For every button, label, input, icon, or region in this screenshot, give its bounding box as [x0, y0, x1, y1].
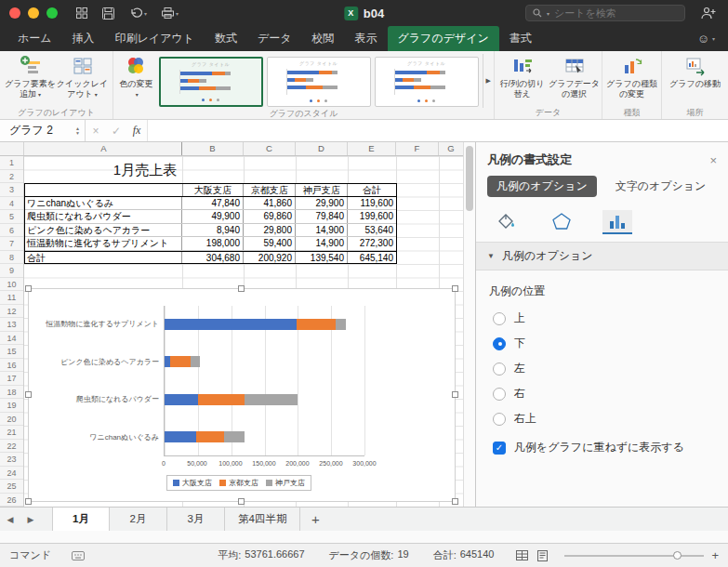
zoom-in-button[interactable]: + — [711, 548, 719, 562]
confirm-entry-button[interactable]: ✓ — [106, 125, 126, 138]
row-header[interactable]: 4 — [0, 197, 23, 211]
zoom-window-button[interactable] — [46, 7, 58, 19]
chart-legend[interactable]: 大阪支店京都支店神戸支店 — [166, 475, 311, 491]
value-cell[interactable]: 200,920 — [244, 252, 296, 264]
column-header[interactable]: A — [24, 142, 182, 155]
ribbon-tab[interactable]: 印刷レイアウト — [105, 26, 205, 51]
ribbon-tab[interactable]: 表示 — [345, 26, 388, 51]
save-icon[interactable] — [102, 7, 114, 20]
row-header[interactable]: 2 — [0, 170, 23, 184]
page-layout-view-button[interactable] — [537, 550, 548, 561]
zoom-knob[interactable] — [673, 551, 682, 560]
value-cell[interactable]: 41,860 — [244, 197, 296, 210]
grid-icon[interactable] — [76, 7, 87, 19]
gallery-expand-button[interactable]: ▶ — [483, 54, 494, 108]
ribbon-tab[interactable]: 書式 — [499, 26, 542, 51]
row-label-cell[interactable]: ワニchanぬいぐるみ — [25, 197, 182, 210]
quick-layout-button[interactable]: クイックレイアウト▾ — [57, 54, 109, 107]
selection-handle[interactable] — [238, 285, 245, 292]
legend-options-section-header[interactable]: ▼ 凡例のオプション — [476, 242, 728, 270]
legend-item[interactable]: 神戸支店 — [266, 478, 305, 488]
legend-position-radio[interactable]: 下 — [493, 336, 715, 351]
undo-dropdown-icon[interactable]: ▾ — [144, 10, 147, 17]
bar-segment[interactable] — [196, 431, 224, 442]
value-cell[interactable]: 272,300 — [348, 237, 396, 250]
bar-segment[interactable] — [165, 319, 297, 330]
bar-segment[interactable] — [297, 319, 337, 330]
value-cell[interactable]: 198,000 — [182, 237, 244, 250]
select-data-button[interactable]: グラフデータの選択 — [549, 54, 601, 107]
column-header[interactable]: E — [348, 142, 396, 155]
ribbon-tab[interactable]: グラフのデザイン — [388, 26, 499, 51]
name-box[interactable]: グラフ 2 ▲▼ — [0, 120, 86, 141]
row-header[interactable]: 14 — [0, 332, 23, 346]
selection-handle[interactable] — [452, 391, 458, 398]
column-header[interactable]: G — [439, 142, 463, 155]
column-header[interactable]: C — [244, 142, 296, 155]
value-cell[interactable]: 119,600 — [348, 197, 396, 210]
bar-segment[interactable] — [165, 431, 196, 442]
pane-tab[interactable]: 凡例のオプション — [487, 176, 597, 197]
value-cell[interactable]: 59,400 — [244, 237, 296, 250]
feedback-smiley-button[interactable]: ☺▾ — [697, 32, 715, 46]
row-header[interactable]: 24 — [0, 467, 23, 481]
effects-icon[interactable] — [547, 210, 576, 234]
row-label-cell[interactable]: 合計 — [25, 252, 182, 264]
row-label-cell[interactable]: ピンク色に染めるヘアカラー — [25, 224, 182, 237]
sheet-title-cell[interactable]: 1月売上表 — [24, 156, 266, 183]
ribbon-tab[interactable]: 校閲 — [302, 26, 345, 51]
legend-position-radio[interactable]: 右上 — [493, 411, 715, 427]
row-header[interactable]: 12 — [0, 305, 23, 319]
undo-icon[interactable]: ▾ — [129, 7, 147, 20]
row-header[interactable]: 13 — [0, 318, 23, 332]
normal-view-button[interactable] — [516, 550, 528, 560]
row-header[interactable]: 22 — [0, 440, 23, 454]
row-header[interactable]: 21 — [0, 426, 23, 440]
row-header[interactable]: 7 — [0, 237, 23, 251]
zoom-track[interactable] — [564, 555, 704, 557]
ribbon-tab[interactable]: 数式 — [205, 26, 247, 51]
name-box-stepper-icon[interactable]: ▲▼ — [75, 126, 80, 136]
row-header[interactable]: 20 — [0, 413, 23, 427]
row-label-cell[interactable]: 恒温動物に進化するサプリメント — [25, 237, 182, 250]
selection-handle[interactable] — [452, 285, 458, 292]
value-cell[interactable]: 29,900 — [296, 197, 348, 210]
value-cell[interactable]: 69,860 — [244, 210, 296, 223]
row-header[interactable]: 26 — [0, 494, 23, 508]
print-dropdown-icon[interactable]: ▾ — [176, 10, 179, 17]
print-icon[interactable]: ▾ — [162, 7, 179, 19]
row-header[interactable]: 6 — [0, 224, 23, 238]
row-header[interactable]: 11 — [0, 291, 23, 305]
cancel-entry-button[interactable]: × — [86, 125, 106, 138]
legend-position-radio[interactable]: 右 — [493, 386, 715, 402]
header-cell[interactable]: 大阪支店 — [183, 184, 245, 196]
bar-segment[interactable] — [170, 356, 190, 367]
fill-line-icon[interactable] — [491, 210, 521, 234]
column-header[interactable]: B — [182, 142, 244, 155]
add-sheet-button[interactable]: + — [300, 508, 330, 531]
bar-segment[interactable] — [165, 394, 198, 405]
header-cell[interactable]: 京都支店 — [244, 184, 296, 196]
row-header[interactable]: 15 — [0, 345, 23, 359]
sheet-tab[interactable]: 第4四半期 — [225, 508, 300, 531]
chart-style-thumbnail[interactable]: グラフ タイトル — [159, 57, 263, 107]
vertical-scrollbar[interactable] — [463, 142, 475, 507]
sheet-tab[interactable]: 1月 — [52, 508, 110, 531]
row-header[interactable]: 1 — [0, 156, 23, 170]
value-cell[interactable]: 199,600 — [348, 210, 396, 223]
bar-segment[interactable] — [336, 319, 346, 330]
select-all-corner[interactable] — [0, 142, 24, 155]
next-sheet-button[interactable]: ▶ — [20, 508, 41, 531]
insert-function-button[interactable]: fx — [126, 124, 147, 138]
value-cell[interactable]: 53,640 — [348, 224, 396, 237]
column-header[interactable]: F — [396, 142, 439, 155]
selection-handle[interactable] — [25, 391, 32, 398]
bar-segment[interactable] — [245, 394, 298, 405]
row-header[interactable]: 8 — [0, 251, 23, 265]
value-cell[interactable]: 29,800 — [244, 224, 296, 237]
row-header[interactable]: 19 — [0, 399, 23, 413]
embedded-chart[interactable]: 恒温動物に進化するサプリメントピンク色に染めるヘアカラー爬虫類になれるパウダーワ… — [28, 288, 456, 502]
legend-no-overlap-checkbox[interactable]: ✓ 凡例をグラフに重ねずに表示する — [493, 440, 715, 455]
selection-handle[interactable] — [25, 285, 32, 292]
value-cell[interactable]: 8,940 — [182, 224, 244, 237]
